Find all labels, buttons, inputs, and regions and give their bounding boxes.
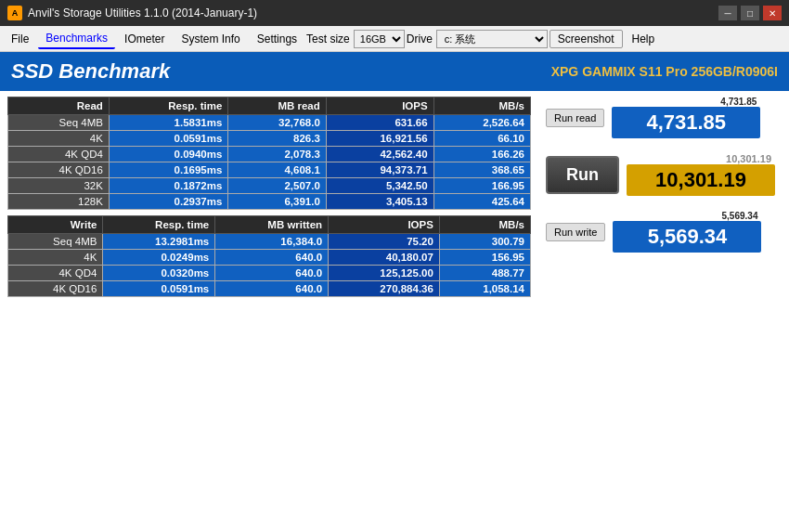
menu-benchmarks[interactable]: Benchmarks <box>38 29 115 49</box>
menu-help[interactable]: Help <box>625 30 663 48</box>
read-row-2-col-4: 166.26 <box>433 147 530 162</box>
read-table: Read Resp. time MB read IOPS MB/s Seq 4M… <box>7 97 531 210</box>
read-row-1-col-0: 4K <box>8 131 110 147</box>
read-row-5-col-0: 128K <box>8 194 110 210</box>
drive-select[interactable]: c: 系统 <box>436 30 548 48</box>
table-section: Read Resp. time MB read IOPS MB/s Seq 4M… <box>0 91 538 532</box>
write-row-2-col-0: 4K QD4 <box>8 266 103 281</box>
read-score-above: 4,731.85 <box>720 97 760 107</box>
write-row-2-col-4: 488.77 <box>439 266 530 281</box>
write-row-0-col-3: 75.20 <box>329 234 440 250</box>
write-row-2-col-3: 125,125.00 <box>329 266 440 281</box>
read-row-1-col-1: 0.0591ms <box>109 131 228 147</box>
ssd-title: SSD Benchmark <box>11 59 170 84</box>
mbs-col-header: MB/s <box>433 97 530 115</box>
read-row-4-col-1: 0.1872ms <box>109 178 228 194</box>
iops-write-col: IOPS <box>329 216 440 234</box>
read-row-3-col-2: 4,608.1 <box>228 162 326 178</box>
main-body: Read Resp. time MB read IOPS MB/s Seq 4M… <box>0 91 789 532</box>
app-title: Anvil's Storage Utilities 1.1.0 (2014-Ja… <box>28 6 257 19</box>
content-area: SSD Benchmark XPG GAMMIX S11 Pro 256GB/R… <box>0 52 789 532</box>
drive-label: Drive <box>407 32 433 45</box>
write-row-0-col-1: 13.2981ms <box>103 234 215 250</box>
write-row-1-col-3: 40,180.07 <box>329 250 440 266</box>
read-row-5-col-2: 6,391.0 <box>228 194 326 210</box>
write-col-header: Write <box>8 216 103 234</box>
read-row-0-col-4: 2,526.64 <box>433 115 530 131</box>
write-row-1-col-0: 4K <box>8 250 103 266</box>
total-score-block: 10,301.19 10,301.19 <box>627 153 775 196</box>
screenshot-button[interactable]: Screenshot <box>550 30 623 48</box>
read-row-0-col-3: 631.66 <box>326 115 433 131</box>
read-row-3-col-0: 4K QD16 <box>8 162 110 178</box>
menu-sysinfo[interactable]: System Info <box>174 30 247 48</box>
menu-bar: File Benchmarks IOmeter System Info Sett… <box>0 26 789 52</box>
write-row-0-col-2: 16,384.0 <box>215 234 329 250</box>
read-row-1-col-2: 826.3 <box>228 131 326 147</box>
write-row-1-col-2: 640.0 <box>215 250 329 266</box>
menu-file[interactable]: File <box>4 30 36 48</box>
write-row-3-col-3: 270,884.36 <box>329 281 440 297</box>
mb-written-col: MB written <box>215 216 329 234</box>
read-row-4-col-3: 5,342.50 <box>326 178 433 194</box>
read-row-4-col-0: 32K <box>8 178 110 194</box>
total-score-above: 10,301.19 <box>726 153 775 164</box>
write-row-2-col-1: 0.0320ms <box>103 266 215 281</box>
read-row-2-col-0: 4K QD4 <box>8 147 110 162</box>
iops-col-header: IOPS <box>326 97 433 115</box>
test-size-label: Test size <box>306 32 350 45</box>
write-row-2-col-2: 640.0 <box>215 266 329 281</box>
write-score-display: 5,569.34 <box>613 221 761 253</box>
write-row-3-col-1: 0.0591ms <box>103 281 215 297</box>
read-col-header: Read <box>8 97 110 115</box>
maximize-button[interactable]: □ <box>741 6 759 20</box>
read-row-5-col-1: 0.2937ms <box>109 194 228 210</box>
total-score-display: 10,301.19 <box>627 164 775 196</box>
read-row-3-col-4: 368.65 <box>433 162 530 178</box>
ssd-model: XPG GAMMIX S11 Pro 256GB/R0906I <box>551 64 778 79</box>
run-button[interactable]: Run <box>546 156 619 194</box>
write-row-3-col-2: 640.0 <box>215 281 329 297</box>
write-score-above: 5,569.34 <box>722 211 762 221</box>
minimize-button[interactable]: ─ <box>718 6 737 20</box>
read-score-display: 4,731.85 <box>612 107 760 138</box>
right-panel: Run read 4,731.85 4,731.85 Run 10,301.19… <box>538 91 789 532</box>
read-row-0-col-1: 1.5831ms <box>109 115 228 131</box>
ssd-header: SSD Benchmark XPG GAMMIX S11 Pro 256GB/R… <box>0 52 789 91</box>
resp-time-write-col: Resp. time <box>103 216 215 234</box>
write-row-0-col-4: 300.79 <box>439 234 530 250</box>
mb-read-col-header: MB read <box>228 97 326 115</box>
test-size-select[interactable]: 16GB <box>354 30 405 48</box>
write-row-1-col-1: 0.0249ms <box>103 250 215 266</box>
read-row-5-col-3: 3,405.13 <box>326 194 433 210</box>
read-row-3-col-3: 94,373.71 <box>326 162 433 178</box>
write-table: Write Resp. time MB written IOPS MB/s Se… <box>7 215 531 297</box>
write-row-1-col-4: 156.95 <box>439 250 530 266</box>
run-write-row: Run write 5,569.34 5,569.34 <box>546 211 782 253</box>
read-row-3-col-1: 0.1695ms <box>109 162 228 178</box>
menu-settings[interactable]: Settings <box>250 30 304 48</box>
write-row-0-col-0: Seq 4MB <box>8 234 103 250</box>
run-read-row: Run read 4,731.85 4,731.85 <box>546 97 782 138</box>
read-row-2-col-1: 0.0940ms <box>109 147 228 162</box>
menu-iometer[interactable]: IOmeter <box>117 30 172 48</box>
write-row-3-col-0: 4K QD16 <box>8 281 103 297</box>
resp-time-col-header: Resp. time <box>109 97 228 115</box>
mbs-write-col: MB/s <box>439 216 530 234</box>
app-icon: A <box>7 6 22 20</box>
read-row-4-col-2: 2,507.0 <box>228 178 326 194</box>
title-bar: A Anvil's Storage Utilities 1.1.0 (2014-… <box>0 0 789 26</box>
close-button[interactable]: ✕ <box>763 6 782 20</box>
read-row-0-col-0: Seq 4MB <box>8 115 110 131</box>
write-row-3-col-4: 1,058.14 <box>439 281 530 297</box>
read-row-4-col-4: 166.95 <box>433 178 530 194</box>
run-main-area: Run 10,301.19 10,301.19 <box>546 153 782 196</box>
read-row-1-col-4: 66.10 <box>433 131 530 147</box>
read-row-5-col-4: 425.64 <box>433 194 530 210</box>
read-row-2-col-2: 2,078.3 <box>228 147 326 162</box>
run-read-button[interactable]: Run read <box>546 109 604 127</box>
write-score-block: 5,569.34 5,569.34 <box>613 211 761 253</box>
read-row-1-col-3: 16,921.56 <box>326 131 433 147</box>
run-write-button[interactable]: Run write <box>546 223 605 241</box>
read-row-2-col-3: 42,562.40 <box>326 147 433 162</box>
